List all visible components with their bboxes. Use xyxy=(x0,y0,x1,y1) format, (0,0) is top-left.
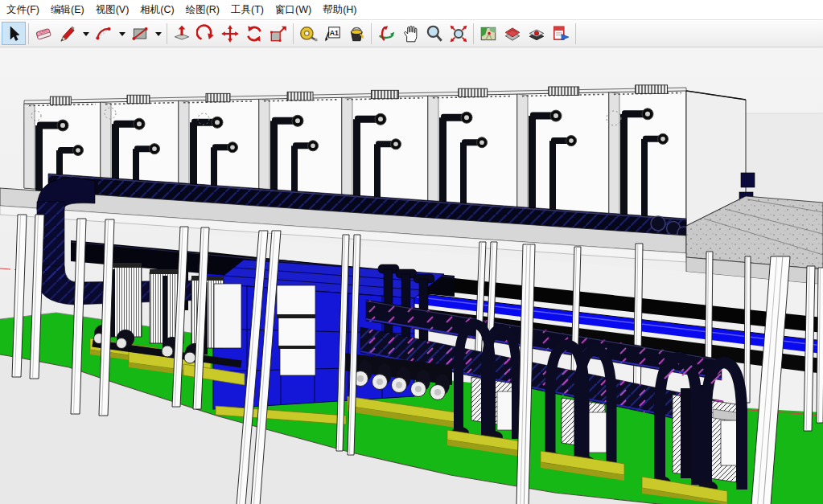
push-pull-tool-button[interactable] xyxy=(170,22,194,45)
menu-help[interactable]: 帮助(H) xyxy=(317,1,362,19)
photo-textures-button[interactable] xyxy=(525,22,549,45)
toggle-terrain-icon xyxy=(503,24,522,43)
tape-measure-icon xyxy=(298,24,318,43)
toolbar-separator xyxy=(28,23,29,44)
toolbar-separator xyxy=(575,23,576,44)
rotate-icon xyxy=(245,24,264,43)
arc-icon xyxy=(94,24,113,43)
paint-bucket-icon xyxy=(347,24,366,43)
pump-skid-4[interactable] xyxy=(541,345,624,481)
push-pull-icon xyxy=(172,24,191,43)
pencil-icon xyxy=(58,24,77,43)
distant-ground xyxy=(742,113,823,210)
text-icon: A1 xyxy=(323,24,342,43)
follow-me-tool-button[interactable] xyxy=(194,22,218,45)
menu-edit[interactable]: 编辑(E) xyxy=(45,1,90,19)
menu-camera[interactable]: 相机(C) xyxy=(134,1,179,19)
zoom-extents-tool-button[interactable] xyxy=(446,22,471,45)
toolbar-separator xyxy=(293,23,294,44)
line-dropdown-button[interactable] xyxy=(80,22,92,45)
follow-me-icon xyxy=(196,24,216,43)
chevron-down-icon xyxy=(154,29,163,39)
zoom-tool-button[interactable] xyxy=(422,22,446,45)
photo-textures-icon xyxy=(527,24,546,43)
arc-dropdown-button[interactable] xyxy=(116,22,128,45)
move-tool-button[interactable] xyxy=(218,22,242,45)
toolbar-separator xyxy=(473,23,474,44)
preview-google-earth-icon xyxy=(551,24,570,43)
text-tool-button[interactable]: A1 xyxy=(320,22,344,45)
model-canvas[interactable] xyxy=(0,47,823,504)
select-arrow-icon xyxy=(5,25,23,43)
toggle-terrain-button[interactable] xyxy=(500,22,525,45)
add-location-button[interactable] xyxy=(476,22,500,45)
toolbar: A1 xyxy=(0,19,823,47)
preview-in-google-earth-button[interactable] xyxy=(549,22,573,45)
line-tool-button[interactable] xyxy=(56,22,80,45)
zoom-extents-icon xyxy=(449,24,468,43)
toolbar-separator xyxy=(371,23,372,44)
pipe-stub xyxy=(741,173,755,187)
rectangle-tool-button[interactable] xyxy=(128,22,152,45)
menu-view[interactable]: 视图(V) xyxy=(90,1,135,19)
menu-tools[interactable]: 工具(T) xyxy=(225,1,270,19)
chevron-down-icon xyxy=(117,29,127,39)
toolbar-separator xyxy=(167,23,167,44)
move-icon xyxy=(220,24,240,43)
orbit-tool-button[interactable] xyxy=(374,22,398,45)
pan-tool-button[interactable] xyxy=(398,22,422,45)
scale-tool-button[interactable] xyxy=(266,22,290,45)
pan-hand-icon xyxy=(401,24,420,43)
add-location-icon xyxy=(479,24,498,43)
chevron-down-icon xyxy=(81,29,91,39)
menu-file[interactable]: 文件(F) xyxy=(1,1,45,19)
select-tool-button[interactable] xyxy=(2,22,26,45)
scale-icon xyxy=(269,24,288,43)
model-viewport[interactable] xyxy=(0,47,823,504)
orbit-icon xyxy=(377,24,396,43)
zoom-icon xyxy=(425,24,444,43)
arc-tool-button[interactable] xyxy=(92,22,116,45)
paint-bucket-tool-button[interactable] xyxy=(344,22,368,45)
eraser-tool-button[interactable] xyxy=(31,22,56,45)
rectangle-icon xyxy=(130,24,150,43)
menu-draw[interactable]: 绘图(R) xyxy=(180,1,225,19)
eraser-icon xyxy=(34,24,53,43)
pipe-end-cap xyxy=(651,216,665,231)
menu-window[interactable]: 窗口(W) xyxy=(270,1,317,19)
stacked-tank-tower xyxy=(277,285,315,375)
rotate-tool-button[interactable] xyxy=(242,22,266,45)
menu-bar: 文件(F) 编辑(E) 视图(V) 相机(C) 绘图(R) 工具(T) 窗口(W… xyxy=(0,0,823,19)
rectangle-dropdown-button[interactable] xyxy=(152,22,164,45)
svg-text:A1: A1 xyxy=(330,28,339,36)
tape-measure-tool-button[interactable] xyxy=(296,22,320,45)
